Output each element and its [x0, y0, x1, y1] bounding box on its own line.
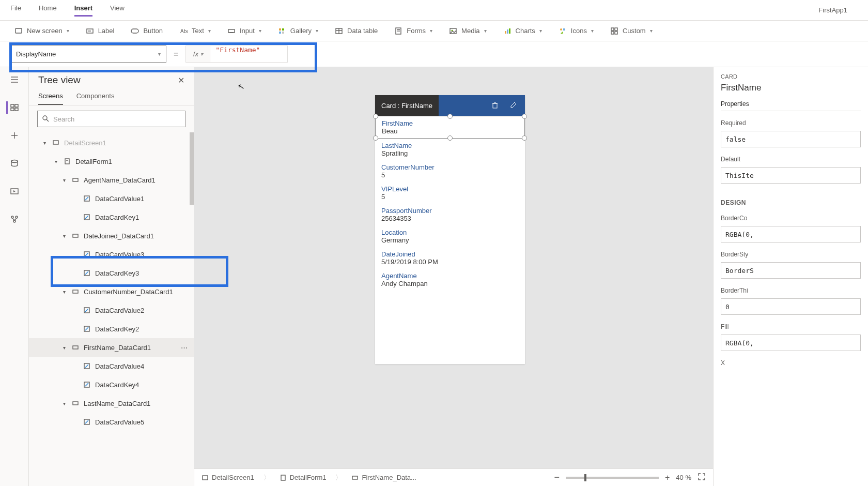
card-icon: [71, 287, 80, 296]
property-dropdown[interactable]: DisplayName ▾: [10, 45, 166, 63]
menu-home[interactable]: Home: [39, 4, 57, 17]
tree-search[interactable]: Search: [37, 111, 185, 127]
menu-insert[interactable]: Insert: [74, 4, 92, 17]
tree-item[interactable]: ▾DetailScreen1: [29, 133, 194, 152]
add-icon[interactable]: [8, 129, 21, 142]
menu-file[interactable]: File: [10, 4, 21, 17]
ribbon-input[interactable]: Input▾: [227, 27, 261, 35]
prop-tab[interactable]: Properties: [721, 100, 861, 111]
formula-input[interactable]: "FirstName": [210, 45, 288, 63]
ribbon-icons[interactable]: Icons▾: [559, 27, 594, 35]
prop-bordercolor-value[interactable]: RGBA(0,: [721, 226, 861, 242]
tree-item[interactable]: DataCardValue3: [29, 245, 194, 264]
scrollbar-thumb[interactable]: [190, 132, 194, 205]
ribbon-label-text: Forms: [407, 27, 426, 35]
tree-item[interactable]: ▾CustomerNumber_DataCard1: [29, 282, 194, 301]
tree-item-label: DetailScreen1: [64, 139, 106, 147]
media-icon: [449, 27, 457, 35]
form-field[interactable]: VIPLevel5: [375, 182, 525, 204]
tree-item[interactable]: DataCardKey3: [29, 264, 194, 282]
canvas[interactable]: ↖ Card : FirstName FirstNameBeauLastName…: [194, 67, 713, 486]
cursor-icon: ↖: [237, 81, 245, 92]
edit-icon[interactable]: [509, 101, 518, 111]
tree-item-label: FirstName_DataCard1: [84, 344, 151, 352]
menu-view[interactable]: View: [110, 4, 125, 17]
tree-item[interactable]: DataCardValue2: [29, 301, 194, 320]
tree-view-icon[interactable]: [6, 101, 19, 114]
tab-screens[interactable]: Screens: [38, 92, 63, 105]
tree-item[interactable]: DataCardKey4: [29, 375, 194, 394]
ribbon-text[interactable]: AbcText▾: [179, 27, 211, 35]
svg-rect-28: [615, 32, 617, 34]
prop-required-value[interactable]: false: [721, 131, 861, 147]
svg-rect-60: [73, 346, 78, 349]
tree-item[interactable]: DataCardValue5: [29, 413, 194, 431]
prop-default-value[interactable]: ThisIte: [721, 167, 861, 184]
variables-icon[interactable]: [8, 213, 21, 225]
ribbon-label-text: Data table: [347, 27, 378, 35]
field-value: 25634353: [381, 215, 519, 222]
ribbon-label-text: Input: [240, 27, 255, 35]
left-rail: [0, 67, 29, 486]
breadcrumb-item[interactable]: DetailForm1: [280, 474, 327, 481]
tree-item[interactable]: ▾LastName_DataCard1: [29, 394, 194, 413]
chevron-down-icon: ▾: [650, 28, 653, 34]
tree-item[interactable]: DataCardKey2: [29, 320, 194, 338]
media-rail-icon[interactable]: [8, 185, 21, 198]
fit-icon[interactable]: [698, 473, 706, 482]
ribbon-label-text: Text: [192, 27, 204, 35]
breadcrumb-item[interactable]: DetailScreen1: [202, 474, 254, 481]
svg-rect-0: [16, 28, 22, 33]
chevron-down-icon: ▾: [67, 28, 69, 34]
form-field[interactable]: LastNameSpratling: [375, 139, 525, 160]
tab-components[interactable]: Components: [76, 92, 115, 105]
prop-borderthick-value[interactable]: 0: [721, 298, 861, 315]
datatable-icon: [335, 27, 343, 35]
tree-item[interactable]: DataCardKey1: [29, 208, 194, 226]
ribbon-forms[interactable]: Forms▾: [394, 27, 432, 35]
card-icon: [71, 343, 80, 352]
hamburger-icon[interactable]: [8, 73, 21, 86]
ribbon-label[interactable]: Label: [86, 27, 115, 35]
fx-button[interactable]: fx▾: [185, 45, 210, 63]
form-field[interactable]: FirstNameBeau: [375, 116, 525, 139]
ribbon-gallery[interactable]: Gallery▾: [278, 27, 318, 35]
ctrl-icon: [83, 250, 91, 259]
svg-rect-26: [615, 28, 617, 31]
form-field[interactable]: PassportNumber25634353: [375, 204, 525, 225]
tree-item[interactable]: DataCardValue4: [29, 357, 194, 375]
ribbon-button[interactable]: Button: [131, 27, 163, 35]
tree-item[interactable]: DataCardValue1: [29, 189, 194, 208]
form-field[interactable]: AgentNameAndy Champan: [375, 269, 525, 291]
card-icon: [71, 399, 80, 407]
form-field[interactable]: DateJoined5/19/2019 8:00 PM: [375, 247, 525, 269]
tree-item[interactable]: ▾FirstName_DataCard1⋯: [29, 338, 194, 357]
card-header: Card : FirstName: [375, 95, 525, 116]
zoom-out-button[interactable]: −: [554, 472, 560, 483]
form-field[interactable]: LocationGermany: [375, 225, 525, 247]
close-icon[interactable]: ✕: [178, 75, 184, 85]
ribbon-charts[interactable]: Charts▾: [503, 27, 542, 35]
svg-rect-9: [282, 28, 284, 31]
prop-fill-value[interactable]: RGBA(0,: [721, 335, 861, 351]
ribbon-media[interactable]: Media▾: [449, 27, 486, 35]
tree-item[interactable]: ▾DateJoined_DataCard1: [29, 226, 194, 245]
tree-item-label: DataCardKey2: [95, 325, 139, 333]
detail-form[interactable]: Card : FirstName FirstNameBeauLastNameSp…: [375, 95, 525, 364]
data-icon[interactable]: [8, 157, 21, 170]
prop-borderstyle-value[interactable]: BorderS: [721, 262, 861, 279]
zoom-slider[interactable]: [566, 477, 659, 479]
ribbon-label-text: Gallery: [290, 27, 312, 35]
breadcrumb-item[interactable]: FirstName_Data...: [351, 474, 416, 481]
zoom-in-button[interactable]: +: [665, 473, 670, 482]
ribbon-new-screen[interactable]: New screen▾: [14, 27, 69, 35]
delete-icon[interactable]: [491, 101, 499, 111]
text-icon: Abc: [179, 27, 188, 35]
tree-item[interactable]: ▾AgentName_DataCard1: [29, 171, 194, 189]
more-icon[interactable]: ⋯: [181, 344, 188, 352]
tree-item[interactable]: ▾DetailForm1: [29, 152, 194, 171]
chevron-down-icon: ▾: [53, 159, 59, 164]
ribbon-custom[interactable]: Custom▾: [610, 27, 653, 35]
form-field[interactable]: CustomerNumber5: [375, 160, 525, 182]
ribbon-datatable[interactable]: Data table: [335, 27, 378, 35]
